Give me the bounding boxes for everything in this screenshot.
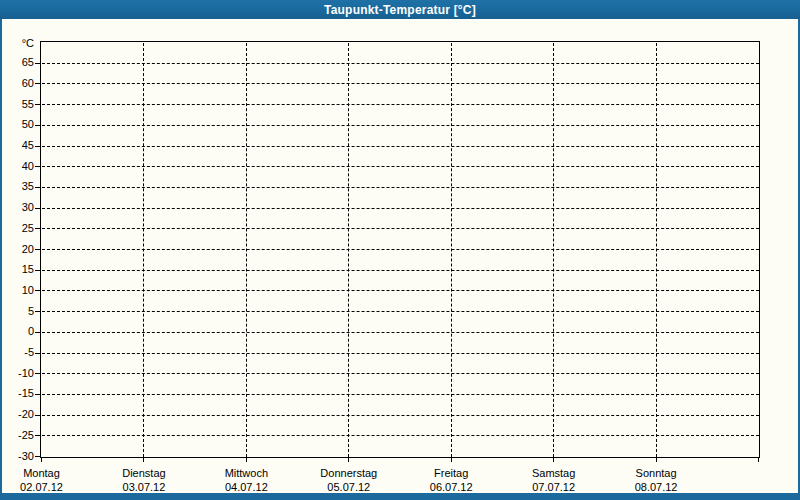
- title-bar: Taupunkt-Temperatur [°C]: [0, 0, 800, 19]
- chart-title: Taupunkt-Temperatur [°C]: [324, 3, 476, 17]
- plot-area: [40, 41, 760, 458]
- y-axis-unit-label: °C: [0, 37, 34, 49]
- chart-window: Taupunkt-Temperatur [°C] °C 656055504540…: [0, 0, 800, 500]
